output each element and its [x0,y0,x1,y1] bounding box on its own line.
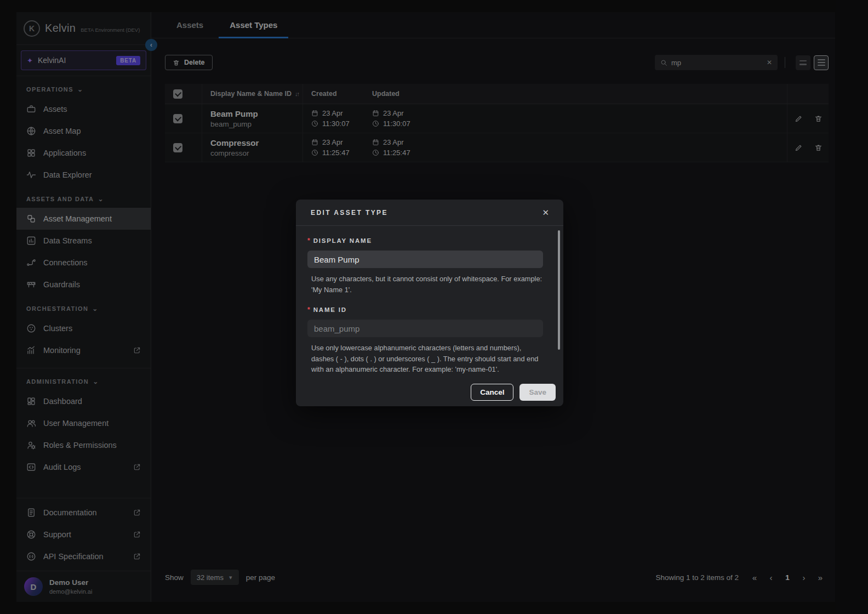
edit-asset-type-modal: EDIT ASSET TYPE ✕ * DISPLAY NAME Use any… [296,200,563,406]
cancel-button[interactable]: Cancel [471,384,513,401]
name-id-field[interactable] [307,320,543,337]
display-name-help: Use any characters, but it cannot consis… [307,274,543,295]
modal-scrollbar[interactable] [558,230,560,350]
modal-title: EDIT ASSET TYPE [311,209,388,217]
name-id-help: Use only lowercase alphanumeric characte… [307,343,543,375]
display-name-field[interactable] [307,251,543,268]
display-name-label: DISPLAY NAME [313,237,372,244]
required-asterisk: * [307,237,310,245]
app-root: K Kelvin BETA Environment (DEV) ✦ Kelvin… [0,0,868,614]
required-asterisk: * [307,306,310,314]
save-button[interactable]: Save [519,384,556,401]
close-icon[interactable]: ✕ [540,206,551,220]
name-id-label: NAME ID [313,306,347,313]
